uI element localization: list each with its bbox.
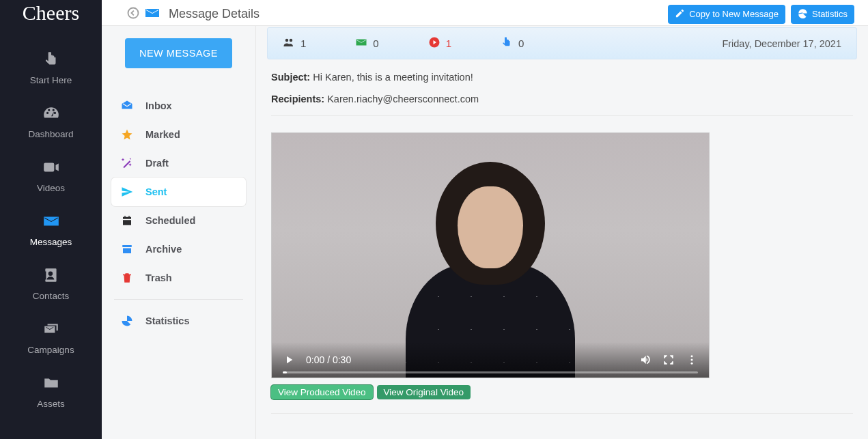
video-time-display: 0:00 / 0:30 xyxy=(306,354,351,365)
wand-icon xyxy=(121,157,133,169)
stat-value: 0 xyxy=(518,38,524,49)
star-icon xyxy=(121,128,133,141)
archive-icon xyxy=(121,243,133,255)
stat-clicks: 0 xyxy=(501,36,524,51)
folder-label: Statistics xyxy=(145,315,189,326)
people-icon xyxy=(283,36,295,51)
folder-icon xyxy=(42,374,60,392)
envelope-icon xyxy=(355,36,367,51)
svg-point-2 xyxy=(691,355,693,357)
mute-button[interactable] xyxy=(639,354,652,366)
svg-point-4 xyxy=(691,363,693,365)
message-meta: Subject: Hi Karen, this is a meeting inv… xyxy=(267,59,857,104)
message-detail-pane: 1 0 1 xyxy=(256,26,868,439)
folder-label: Draft xyxy=(145,158,169,169)
pointer-icon xyxy=(501,36,513,51)
folder-label: Marked xyxy=(145,129,180,140)
folder-draft[interactable]: Draft xyxy=(111,149,246,178)
video-controls: 0:00 / 0:30 xyxy=(272,342,709,378)
nav-item-videos[interactable]: Videos xyxy=(0,149,102,203)
folder-label: Scheduled xyxy=(145,215,195,226)
edit-icon xyxy=(675,8,685,20)
nav-item-assets[interactable]: Assets xyxy=(0,365,102,419)
video-icon xyxy=(42,158,60,176)
folder-label: Sent xyxy=(145,186,167,197)
inbox-icon xyxy=(121,100,133,112)
view-original-video-button[interactable]: View Original Video xyxy=(377,385,471,399)
statistics-button[interactable]: Statistics xyxy=(791,5,854,24)
calendar-icon xyxy=(121,214,133,227)
stat-recipients: 1 xyxy=(283,36,306,51)
page-title: Message Details xyxy=(169,7,260,21)
recipients-text: Karen.riachy@cheersconnect.com xyxy=(327,94,479,104)
pointer-icon xyxy=(42,51,60,68)
message-date: Friday, December 17, 2021 xyxy=(722,38,841,49)
nav-label: Contacts xyxy=(33,291,69,301)
nav-item-campaigns[interactable]: Campaigns xyxy=(0,311,102,365)
stat-value: 0 xyxy=(373,38,378,49)
envelopes-icon xyxy=(42,320,60,338)
folder-label: Archive xyxy=(145,244,182,255)
primary-sidebar: Cheers Start Here Dashboard Videos Messa… xyxy=(0,0,102,439)
pie-chart-icon xyxy=(798,8,808,20)
envelope-icon xyxy=(144,5,160,24)
nav-label: Assets xyxy=(37,399,65,409)
svg-point-0 xyxy=(128,8,139,18)
divider xyxy=(271,115,853,116)
main-area: Message Details Copy to New Message Stat… xyxy=(102,0,868,439)
button-label: Copy to New Message xyxy=(689,9,779,19)
folder-statistics[interactable]: Statistics xyxy=(111,307,246,335)
folder-trash[interactable]: Trash xyxy=(111,264,246,292)
view-produced-video-button[interactable]: View Produced Video xyxy=(271,385,373,399)
stat-value: 1 xyxy=(446,38,451,49)
subject-label: Subject: xyxy=(271,72,310,83)
nav-label: Dashboard xyxy=(28,129,73,139)
top-bar: Message Details Copy to New Message Stat… xyxy=(102,0,868,26)
video-canvas: 0:00 / 0:30 xyxy=(272,133,709,378)
recipients-label: Recipients: xyxy=(271,94,324,104)
play-button[interactable] xyxy=(283,354,295,366)
message-stats-strip: 1 0 1 xyxy=(267,27,857,59)
folder-scheduled[interactable]: Scheduled xyxy=(111,206,246,235)
stat-plays: 1 xyxy=(428,36,451,51)
play-circle-icon xyxy=(428,36,440,51)
video-player[interactable]: 0:00 / 0:30 xyxy=(271,132,710,378)
divider xyxy=(114,299,243,300)
svg-point-3 xyxy=(691,359,693,361)
brand-logo: Cheers xyxy=(23,0,79,41)
folder-column: NEW MESSAGE Inbox Marked xyxy=(102,26,256,439)
back-icon[interactable] xyxy=(126,6,140,23)
folder-sent[interactable]: Sent xyxy=(111,178,246,206)
subject-text: Hi Karen, this is a meeting invitation! xyxy=(313,72,473,83)
nav-item-dashboard[interactable]: Dashboard xyxy=(0,95,102,149)
fullscreen-button[interactable] xyxy=(662,354,675,366)
button-label: Statistics xyxy=(812,9,848,19)
video-decorative xyxy=(395,162,586,367)
folder-archive[interactable]: Archive xyxy=(111,235,246,264)
nav-item-contacts[interactable]: Contacts xyxy=(0,257,102,311)
new-message-button[interactable]: NEW MESSAGE xyxy=(125,38,232,68)
trash-icon xyxy=(121,272,133,284)
folder-inbox[interactable]: Inbox xyxy=(111,91,246,120)
video-progress-bar[interactable] xyxy=(283,371,698,373)
nav-label: Messages xyxy=(30,237,72,247)
nav-item-start-here[interactable]: Start Here xyxy=(0,41,102,95)
more-options-button[interactable] xyxy=(686,354,698,366)
folder-marked[interactable]: Marked xyxy=(111,120,246,149)
gauge-icon xyxy=(42,104,60,122)
pie-chart-icon xyxy=(121,315,133,327)
nav-label: Start Here xyxy=(30,75,72,85)
paper-plane-icon xyxy=(121,186,133,198)
folder-label: Trash xyxy=(145,272,172,283)
nav-label: Videos xyxy=(37,183,65,193)
stat-value: 1 xyxy=(300,38,306,49)
nav-label: Campaigns xyxy=(27,345,74,355)
copy-to-new-message-button[interactable]: Copy to New Message xyxy=(668,5,785,24)
nav-item-messages[interactable]: Messages xyxy=(0,203,102,257)
stat-opens: 0 xyxy=(355,36,378,51)
divider xyxy=(271,413,853,414)
envelope-icon xyxy=(42,212,60,230)
folder-label: Inbox xyxy=(145,100,172,111)
address-book-icon xyxy=(42,266,60,284)
